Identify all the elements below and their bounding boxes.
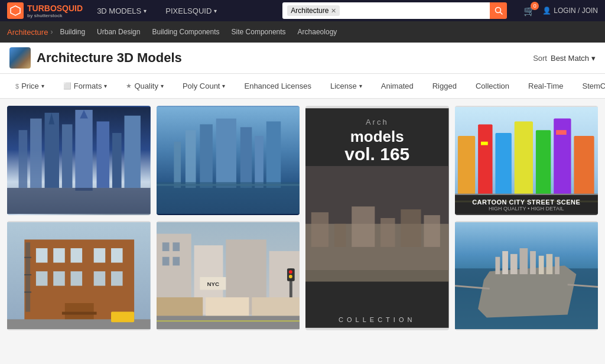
svg-rect-36 xyxy=(457,136,474,200)
svg-rect-18 xyxy=(185,130,196,188)
breadcrumb-urban-design[interactable]: Urban Design xyxy=(92,27,145,37)
svg-rect-81 xyxy=(157,316,300,329)
svg-marker-1 xyxy=(13,8,18,13)
breadcrumb-site-components[interactable]: Site Components xyxy=(227,27,291,37)
filter-animated[interactable]: Animated xyxy=(375,78,419,94)
chevron-down-icon: ▾ xyxy=(161,83,164,89)
svg-rect-20 xyxy=(216,119,236,188)
logo-subtext: by shutterstock xyxy=(27,13,83,18)
logo-text: TURBOSQUID xyxy=(27,4,83,13)
breadcrumb-separator: › xyxy=(50,28,53,36)
svg-rect-22 xyxy=(255,136,264,188)
arch-models-text: models xyxy=(344,129,409,144)
filter-enhanced-licenses[interactable]: Enhanced Licenses xyxy=(238,78,317,94)
svg-rect-52 xyxy=(94,248,106,262)
model-thumbnail xyxy=(157,106,300,215)
svg-rect-55 xyxy=(53,271,65,285)
breadcrumb-root[interactable]: Architecture xyxy=(7,28,48,37)
chevron-down-icon: ▾ xyxy=(214,8,217,14)
svg-rect-66 xyxy=(111,312,134,323)
archmodels-overlay: Arch models vol. 165 COLLECTION xyxy=(305,106,449,330)
cart-icon[interactable]: 🛒 0 xyxy=(523,5,535,17)
model-item-futuristic-city[interactable] xyxy=(7,106,151,215)
svg-rect-82 xyxy=(157,320,300,321)
svg-rect-58 xyxy=(111,271,123,285)
arch-collection: COLLECTION xyxy=(339,316,415,323)
breadcrumb-bar: Architecture › Building Urban Design Bui… xyxy=(0,21,605,43)
filter-quality[interactable]: ★ Quality ▾ xyxy=(120,78,169,94)
chevron-down-icon: ▾ xyxy=(359,83,362,89)
filter-license[interactable]: License ▾ xyxy=(324,78,368,94)
search-button[interactable] xyxy=(490,2,507,19)
arch-prefix: Arch xyxy=(344,118,409,126)
search-tag: Architecture ✕ xyxy=(287,5,340,16)
svg-rect-57 xyxy=(94,271,106,285)
filter-formats[interactable]: ⬜ Formats ▾ xyxy=(57,78,113,94)
svg-rect-14 xyxy=(124,116,140,188)
filter-rigged[interactable]: Rigged xyxy=(427,78,463,94)
logo[interactable]: TURBOSQUID by shutterstock xyxy=(7,2,83,19)
svg-line-3 xyxy=(500,12,502,15)
svg-rect-21 xyxy=(240,127,252,188)
page-title: Architecture 3D Models xyxy=(37,50,182,66)
breadcrumb-building[interactable]: Building xyxy=(55,27,90,37)
filter-real-time[interactable]: Real-Time xyxy=(522,78,569,94)
model-item-cartoon-city[interactable]: CARTOON CITY STREET SCENE HIGH QUALITY •… xyxy=(455,106,599,215)
svg-rect-37 xyxy=(478,124,492,199)
price-icon: $ xyxy=(15,83,19,90)
svg-rect-38 xyxy=(495,133,511,199)
svg-rect-5 xyxy=(19,130,28,188)
thumbnail-image xyxy=(9,47,31,69)
model-item-city-water[interactable] xyxy=(157,106,300,215)
model-item-nyc-street[interactable]: NYC xyxy=(157,221,300,330)
sort-dropdown[interactable]: Best Match ▾ xyxy=(551,54,596,63)
page-header: Architecture 3D Models Sort Best Match ▾ xyxy=(0,43,605,74)
user-icon: 👤 xyxy=(542,6,551,15)
search-box[interactable]: Architecture ✕ xyxy=(282,2,490,19)
breadcrumb-building-components[interactable]: Building Components xyxy=(147,27,224,37)
svg-rect-40 xyxy=(535,130,550,199)
svg-rect-92 xyxy=(510,254,517,274)
svg-rect-61 xyxy=(25,242,30,311)
model-item-manhattan[interactable] xyxy=(455,221,599,330)
nav-icons: 🛒 0 👤 LOGIN / JOIN xyxy=(523,5,598,17)
model-item-archmodels[interactable]: Arch models vol. 165 COLLECTION xyxy=(305,106,449,330)
svg-rect-17 xyxy=(174,142,181,188)
svg-rect-24 xyxy=(157,182,300,214)
svg-rect-39 xyxy=(514,121,532,199)
filter-stemcell[interactable]: StemCell xyxy=(576,78,605,94)
svg-rect-45 xyxy=(481,142,488,145)
svg-point-85 xyxy=(288,270,292,274)
filter-collection[interactable]: Collection xyxy=(470,78,515,94)
svg-rect-94 xyxy=(530,251,536,274)
page-thumbnail xyxy=(9,47,31,69)
svg-rect-74 xyxy=(162,257,169,266)
svg-rect-12 xyxy=(97,121,110,187)
svg-rect-97 xyxy=(555,257,560,274)
svg-text:NYC: NYC xyxy=(207,281,219,287)
svg-rect-13 xyxy=(112,133,122,188)
search-area: Architecture ✕ xyxy=(282,2,507,19)
svg-rect-56 xyxy=(71,271,83,285)
svg-rect-49 xyxy=(36,248,48,262)
svg-rect-96 xyxy=(546,254,552,274)
breadcrumb-archaeology[interactable]: Archaeology xyxy=(293,27,342,37)
filter-price[interactable]: $ Price ▾ xyxy=(9,78,50,94)
sort-label: Sort xyxy=(533,54,547,63)
model-item-brownstone[interactable] xyxy=(7,221,151,330)
model-grid: Arch models vol. 165 COLLECTION xyxy=(0,99,605,337)
quality-icon: ★ xyxy=(126,82,132,90)
nav-3d-models[interactable]: 3D MODELS ▾ xyxy=(92,0,151,21)
svg-rect-73 xyxy=(173,242,180,251)
svg-rect-64 xyxy=(24,291,31,292)
login-button[interactable]: 👤 LOGIN / JOIN xyxy=(542,6,598,15)
svg-rect-9 xyxy=(62,124,73,188)
top-navigation: TURBOSQUID by shutterstock 3D MODELS ▾ P… xyxy=(0,0,605,21)
filter-poly-count[interactable]: Poly Count ▾ xyxy=(177,78,232,94)
svg-rect-15 xyxy=(7,188,151,214)
sort-chevron-icon: ▾ xyxy=(591,54,596,63)
svg-rect-6 xyxy=(30,119,42,188)
nav-pixelsquid[interactable]: PIXELSQUID ▾ xyxy=(161,0,222,21)
formats-icon: ⬜ xyxy=(63,82,71,90)
remove-tag-button[interactable]: ✕ xyxy=(331,7,336,15)
